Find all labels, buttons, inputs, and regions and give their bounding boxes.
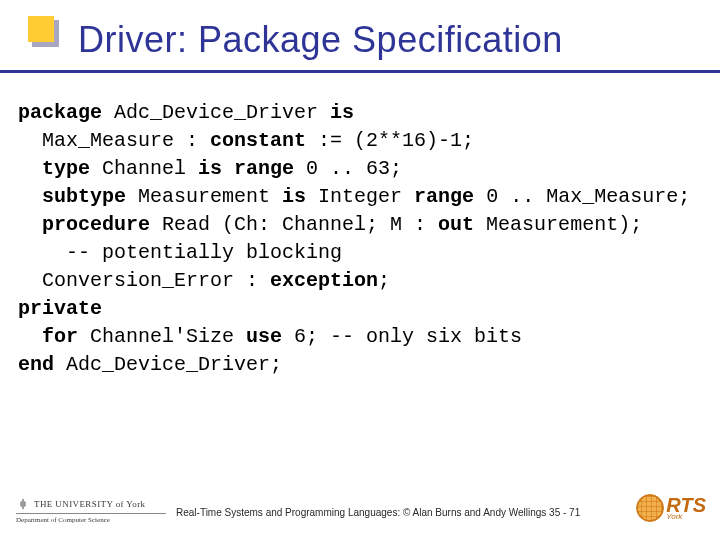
rts-text-block: RTS York — [666, 496, 706, 521]
code-text: Channel — [90, 157, 198, 180]
code-text: 0 .. 63; — [294, 157, 402, 180]
kw-private: private — [18, 297, 102, 320]
kw-type: type — [42, 157, 90, 180]
kw-is: is — [330, 101, 354, 124]
title-bullet-shadow — [32, 42, 59, 47]
university-name: THE UNIVERSITY of York — [16, 497, 166, 514]
slide-caption: Real-Time Systems and Programming Langua… — [176, 507, 580, 518]
kw-subtype: subtype — [42, 185, 126, 208]
code-text: ; — [378, 269, 390, 292]
code-indent — [18, 213, 42, 236]
university-logo: THE UNIVERSITY of York Department of Com… — [16, 497, 166, 524]
kw-constant: constant — [210, 129, 306, 152]
code-text: Conversion_Error : — [18, 269, 270, 292]
code-text: Max_Measure : — [18, 129, 210, 152]
crest-icon — [16, 497, 30, 511]
code-text: Measurement); — [474, 213, 642, 236]
code-comment: -- potentially blocking — [18, 241, 342, 264]
code-text: 0 .. Max_Measure; — [474, 185, 690, 208]
university-text: THE UNIVERSITY of York — [34, 499, 145, 509]
code-text: Adc_Device_Driver; — [54, 353, 282, 376]
code-text: := (2**16)-1; — [306, 129, 474, 152]
code-block: package Adc_Device_Driver is Max_Measure… — [0, 73, 720, 379]
kw-out: out — [438, 213, 474, 236]
title-bullet — [28, 16, 54, 42]
rts-label: RTS — [666, 496, 706, 514]
title-bar: Driver: Package Specification — [0, 0, 720, 64]
kw-is-range: is range — [198, 157, 294, 180]
department-name: Department of Computer Science — [16, 514, 166, 524]
kw-procedure: procedure — [42, 213, 150, 236]
kw-use: use — [246, 325, 282, 348]
code-text: Integer — [306, 185, 414, 208]
kw-package: package — [18, 101, 102, 124]
kw-end: end — [18, 353, 54, 376]
code-text: Measurement — [126, 185, 282, 208]
kw-for: for — [42, 325, 78, 348]
code-text: Read (Ch: Channel; M : — [150, 213, 438, 236]
slide-title: Driver: Package Specification — [78, 22, 720, 58]
footer: THE UNIVERSITY of York Department of Com… — [0, 488, 720, 528]
code-indent — [18, 325, 42, 348]
code-text: 6; -- only six bits — [282, 325, 522, 348]
code-text: Channel'Size — [78, 325, 246, 348]
kw-is: is — [282, 185, 306, 208]
kw-range: range — [414, 185, 474, 208]
code-indent — [18, 157, 42, 180]
globe-icon — [636, 494, 664, 522]
kw-exception: exception — [270, 269, 378, 292]
code-text: Adc_Device_Driver — [102, 101, 330, 124]
rts-logo: RTS York — [636, 494, 706, 522]
code-indent — [18, 185, 42, 208]
